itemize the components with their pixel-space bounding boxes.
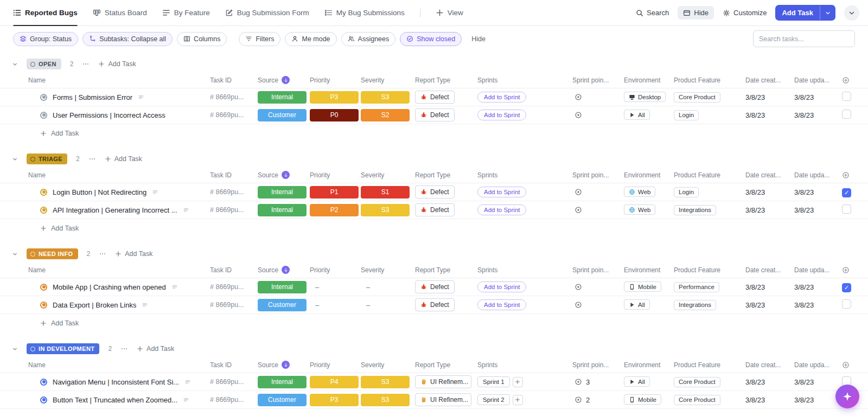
column-header-name[interactable]: Name (0, 171, 210, 179)
task-status-icon[interactable] (40, 284, 47, 291)
source-value[interactable]: Customer (258, 394, 307, 406)
group-menu-button[interactable] (120, 345, 128, 353)
column-header-environment[interactable]: Environment (624, 266, 674, 274)
date-created-value[interactable]: 3/8/23 (745, 378, 794, 386)
source-value[interactable]: Internal (258, 281, 307, 293)
add-column-button[interactable] (842, 361, 850, 369)
priority-value[interactable]: P2 (310, 204, 359, 216)
collapse-arrow-icon[interactable] (12, 61, 18, 67)
add-column-button[interactable] (842, 76, 850, 84)
row-checkbox[interactable] (842, 299, 851, 309)
add-to-sprint-button[interactable]: Add to Sprint (477, 187, 526, 197)
severity-value[interactable]: S1 (361, 186, 410, 199)
source-value[interactable]: Customer (258, 299, 307, 311)
severity-value[interactable]: S3 (361, 376, 410, 388)
tab-reported-bugs[interactable]: Reported Bugs (13, 0, 78, 25)
column-header-date-updated[interactable]: Date upda... (794, 76, 842, 84)
column-header-sprints[interactable]: Sprints (477, 266, 572, 274)
task-id[interactable]: # 8669pu... (210, 188, 258, 196)
collapse-header-button[interactable] (844, 5, 859, 21)
add-task-row-button[interactable]: Add Task (0, 124, 868, 142)
severity-value[interactable]: S2 (361, 109, 410, 121)
priority-value[interactable]: – (310, 301, 361, 309)
group-menu-button[interactable] (82, 60, 90, 68)
priority-value[interactable]: – (310, 283, 361, 291)
source-value[interactable]: Internal (258, 376, 307, 388)
column-header-product-feature[interactable]: Product Feature (674, 361, 745, 369)
report-type-value[interactable]: Defect (415, 203, 455, 216)
column-header-sprint-points[interactable]: Sprint poin... (572, 361, 624, 369)
sort-desc-icon[interactable] (282, 361, 290, 369)
group-add-task-button[interactable]: Add Task (105, 155, 142, 163)
task-id[interactable]: # 8669pu... (210, 301, 258, 309)
task-row[interactable]: API Integration | Generating Incorrect .… (0, 201, 868, 219)
subtasks-button[interactable]: Subtasks: Collapse all (82, 32, 173, 46)
add-view-button[interactable]: View (436, 0, 463, 25)
hide-button[interactable]: Hide (678, 6, 714, 20)
row-checkbox[interactable] (842, 376, 851, 386)
column-header-report-type[interactable]: Report Type (415, 361, 477, 369)
source-value[interactable]: Internal (258, 186, 307, 199)
status-badge[interactable]: NEED INFO (27, 248, 78, 259)
task-status-icon[interactable] (40, 379, 47, 386)
product-feature-value[interactable]: Core Product (674, 377, 720, 387)
add-to-sprint-button[interactable]: Add to Sprint (477, 110, 526, 120)
tab-bug-submission-form[interactable]: Bug Submission Form (225, 0, 309, 25)
show-closed-button[interactable]: Show closed (400, 32, 462, 46)
assignees-button[interactable]: Assignees (341, 32, 396, 46)
column-header-severity[interactable]: Severity (361, 171, 415, 179)
task-row[interactable]: Mobile App | Crashing when opened # 8669… (0, 278, 868, 296)
priority-value[interactable]: P1 (310, 186, 359, 199)
environment-value[interactable]: All (624, 376, 650, 387)
task-status-icon[interactable] (40, 94, 47, 101)
column-header-product-feature[interactable]: Product Feature (674, 171, 745, 179)
task-status-icon[interactable] (40, 189, 47, 196)
tab-my-bug-submissions[interactable]: My Bug Submissions (324, 0, 405, 25)
toolbar-hide-button[interactable]: Hide (471, 35, 486, 43)
date-created-value[interactable]: 3/8/23 (745, 396, 794, 404)
product-feature-value[interactable]: Login (674, 187, 699, 197)
task-row[interactable]: Navigation Menu | Inconsistent Font Si..… (0, 373, 868, 391)
severity-value[interactable]: S3 (361, 204, 410, 216)
add-to-sprint-button[interactable]: Add to Sprint (477, 281, 526, 292)
source-value[interactable]: Internal (258, 91, 307, 104)
severity-value[interactable]: – (361, 301, 415, 309)
product-feature-value[interactable]: Integrations (674, 205, 716, 215)
status-badge[interactable]: IN DEVELOPMENT (27, 343, 99, 354)
product-feature-value[interactable]: Core Product (674, 92, 720, 103)
column-header-environment[interactable]: Environment (624, 361, 674, 369)
environment-value[interactable]: Web (624, 204, 655, 215)
report-type-value[interactable]: UI Refinem... (415, 393, 471, 406)
date-updated-value[interactable]: 3/8/23 (794, 283, 842, 291)
severity-value[interactable]: – (361, 283, 415, 291)
collapse-arrow-icon[interactable] (12, 346, 18, 352)
row-checkbox[interactable] (842, 110, 851, 119)
add-task-button[interactable]: Add Task (775, 5, 835, 21)
column-header-report-type[interactable]: Report Type (415, 171, 477, 179)
column-header-severity[interactable]: Severity (361, 76, 415, 84)
priority-value[interactable]: P0 (310, 109, 359, 121)
sprint-points-icon[interactable] (575, 396, 582, 404)
column-header-sprints[interactable]: Sprints (477, 171, 572, 179)
column-header-source[interactable]: Source (258, 171, 310, 179)
date-created-value[interactable]: 3/8/23 (745, 283, 794, 291)
search-button[interactable]: Search (636, 9, 669, 17)
task-id[interactable]: # 8669pu... (210, 378, 258, 386)
column-header-priority[interactable]: Priority (310, 266, 361, 274)
collapse-arrow-icon[interactable] (12, 251, 18, 257)
column-header-sprints[interactable]: Sprints (477, 76, 572, 84)
tab-status-board[interactable]: Status Board (93, 0, 147, 25)
add-to-sprint-button[interactable]: Add to Sprint (477, 92, 526, 103)
column-header-report-type[interactable]: Report Type (415, 266, 477, 274)
task-name[interactable]: Button Text | Truncated when Zoomed... (53, 396, 177, 404)
ai-assistant-button[interactable] (835, 385, 859, 408)
task-name[interactable]: Data Export | Broken Links (53, 301, 136, 309)
customize-button[interactable]: Customize (723, 9, 767, 17)
collapse-arrow-icon[interactable] (12, 156, 18, 162)
column-header-task-id[interactable]: Task ID (210, 76, 258, 84)
environment-value[interactable]: All (624, 299, 650, 310)
column-header-date-created[interactable]: Date creat... (745, 171, 794, 179)
column-header-source[interactable]: Source (258, 266, 310, 274)
date-updated-value[interactable]: 3/8/23 (794, 111, 842, 119)
sprint-points-icon[interactable] (575, 206, 582, 214)
